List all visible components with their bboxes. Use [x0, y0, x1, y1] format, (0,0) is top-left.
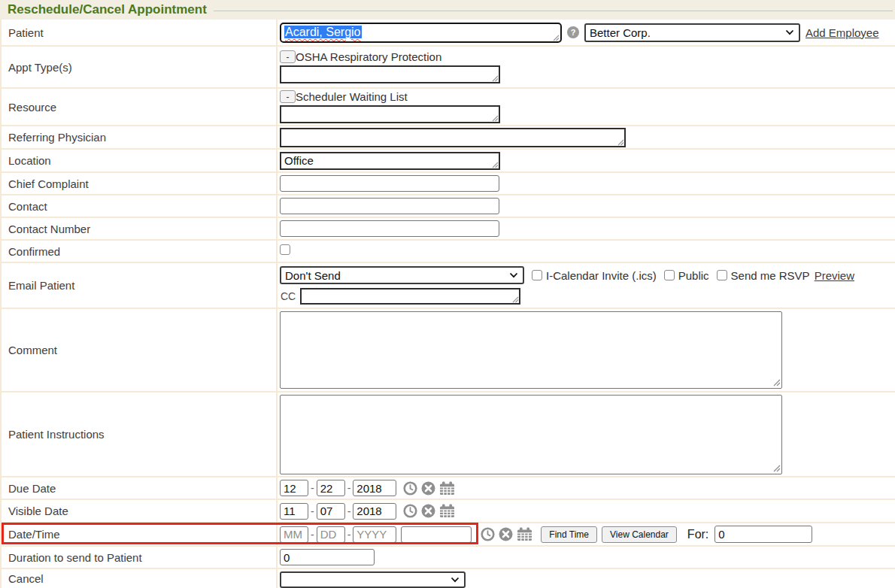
for-label: For:: [687, 528, 708, 541]
due-date-label: Due Date: [1, 477, 277, 499]
resize-grip-icon[interactable]: [617, 139, 624, 146]
duration-input[interactable]: [280, 549, 375, 565]
calendar-icon[interactable]: [439, 504, 455, 518]
row-confirmed: Confirmed: [1, 240, 895, 262]
clear-icon[interactable]: [499, 527, 513, 541]
resize-grip-icon[interactable]: [492, 75, 499, 82]
icalendar-invite-checkbox[interactable]: [532, 270, 542, 280]
confirmed-checkbox[interactable]: [280, 244, 290, 255]
row-contact: Contact: [1, 195, 895, 217]
resize-grip-icon[interactable]: [492, 115, 499, 122]
resize-grip-icon[interactable]: [492, 162, 499, 168]
patient-instructions-textarea[interactable]: [280, 395, 782, 474]
clear-icon[interactable]: [421, 504, 435, 518]
date-separator: -: [347, 505, 351, 517]
location-input-value: Office: [284, 154, 314, 167]
row-cancel: Cancel: [1, 568, 895, 588]
public-label: Public: [678, 269, 709, 282]
due-date-year-input[interactable]: [353, 480, 396, 496]
contact-number-label: Contact Number: [1, 217, 277, 240]
preview-link[interactable]: Preview: [815, 269, 854, 282]
contact-label: Contact: [1, 195, 277, 217]
date-time-time-input[interactable]: [401, 526, 472, 543]
comment-label: Comment: [1, 308, 277, 392]
row-visible-date: Visible Date - -: [1, 499, 895, 523]
row-location: Location Office: [1, 149, 895, 172]
clock-icon[interactable]: [403, 481, 417, 496]
public-checkbox[interactable]: [664, 270, 675, 280]
visible-date-year-input[interactable]: [353, 503, 396, 520]
help-icon[interactable]: ?: [567, 26, 579, 38]
cc-input[interactable]: [300, 288, 520, 305]
resize-grip-icon[interactable]: [772, 378, 781, 386]
title-rule: [214, 11, 893, 11]
due-date-day-input[interactable]: [317, 480, 345, 496]
row-referring-physician: Referring Physician: [1, 126, 895, 149]
date-separator: -: [311, 529, 314, 541]
cc-label: CC: [281, 290, 296, 302]
row-patient-instructions: Patient Instructions: [1, 392, 895, 477]
visible-date-month-input[interactable]: [280, 503, 308, 520]
date-time-month-input[interactable]: [280, 526, 308, 543]
patient-input-selected-text: Acardi, Sergio: [284, 26, 362, 38]
resource-collapse-button[interactable]: -: [280, 90, 296, 103]
date-separator: -: [311, 482, 314, 494]
resource-label: Resource: [1, 88, 277, 126]
chevron-down-icon: [785, 29, 794, 35]
location-input[interactable]: Office: [280, 152, 500, 170]
duration-label: Duration to send to Patient: [1, 546, 277, 568]
find-time-button[interactable]: Find Time: [541, 526, 597, 543]
page-title: Reschedule/Cancel Appointment: [8, 2, 207, 17]
date-time-label: Date/Time: [8, 528, 60, 541]
row-resource: Resource - Scheduler Waiting List: [1, 88, 895, 126]
email-send-select-value: Don't Send: [285, 269, 341, 282]
calendar-icon[interactable]: [439, 481, 455, 496]
company-select[interactable]: Better Corp.: [584, 23, 800, 42]
icalendar-invite-label: I-Calendar Invite (.ics): [546, 269, 657, 282]
row-contact-number: Contact Number: [1, 217, 895, 240]
contact-number-input[interactable]: [280, 220, 499, 237]
contact-input[interactable]: [280, 198, 499, 214]
clear-icon[interactable]: [421, 481, 435, 496]
resize-grip-icon[interactable]: [512, 296, 519, 303]
referring-physician-input[interactable]: [280, 128, 626, 147]
date-time-label-cell: Date/Time: [1, 523, 277, 546]
patient-instructions-label: Patient Instructions: [1, 392, 277, 477]
chevron-down-icon: [509, 272, 518, 278]
patient-input[interactable]: Acardi, Sergio: [280, 23, 562, 43]
date-time-day-input[interactable]: [317, 526, 345, 543]
cancel-label: Cancel: [1, 568, 277, 588]
appt-type-input[interactable]: [280, 65, 500, 83]
add-employee-link[interactable]: Add Employee: [806, 26, 879, 39]
visible-date-day-input[interactable]: [317, 503, 345, 520]
confirmed-label: Confirmed: [1, 240, 277, 262]
date-separator: -: [311, 505, 314, 517]
view-calendar-button[interactable]: View Calendar: [602, 526, 677, 543]
resource-input[interactable]: [280, 105, 500, 123]
send-me-rsvp-label: Send me RSVP: [731, 269, 810, 282]
row-patient: Patient Acardi, Sergio ? Better Corp. Ad…: [1, 20, 895, 46]
patient-label: Patient: [1, 20, 277, 46]
cancel-select[interactable]: [280, 571, 466, 588]
resize-grip-icon[interactable]: [553, 35, 560, 41]
email-patient-label: Email Patient: [1, 262, 277, 308]
location-label: Location: [1, 149, 277, 172]
chief-complaint-input[interactable]: [280, 175, 499, 192]
row-due-date: Due Date - -: [1, 477, 895, 499]
resize-grip-icon[interactable]: [772, 464, 781, 472]
appointment-form: Patient Acardi, Sergio ? Better Corp. Ad…: [0, 20, 895, 588]
email-send-select[interactable]: Don't Send: [280, 266, 524, 284]
calendar-icon[interactable]: [517, 527, 532, 541]
clock-icon[interactable]: [481, 527, 495, 541]
send-me-rsvp-checkbox[interactable]: [717, 270, 727, 280]
for-input[interactable]: [714, 526, 812, 543]
due-date-month-input[interactable]: [280, 480, 308, 496]
row-date-time: Date/Time - - Find Time View Calendar Fo…: [1, 523, 895, 546]
date-time-year-input[interactable]: [353, 526, 396, 543]
row-chief-complaint: Chief Complaint: [1, 172, 895, 195]
appt-type-collapse-button[interactable]: -: [280, 50, 296, 63]
row-comment: Comment: [1, 308, 895, 392]
row-email-patient: Email Patient Don't Send I-Calendar Invi…: [1, 262, 895, 308]
clock-icon[interactable]: [403, 504, 417, 518]
comment-textarea[interactable]: [280, 311, 782, 389]
